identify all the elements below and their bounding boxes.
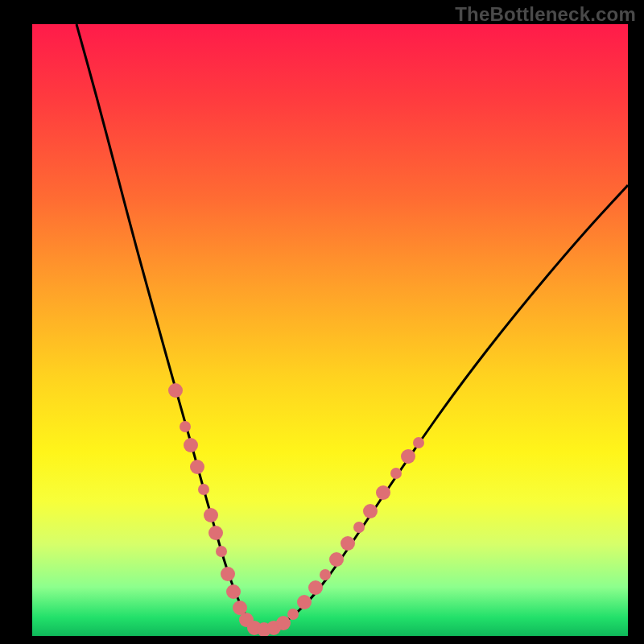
marker-dot <box>308 580 323 595</box>
marker-dot <box>216 546 227 557</box>
watermark-text: TheBottleneck.com <box>455 3 636 26</box>
marker-dot <box>320 569 331 580</box>
marker-dot <box>168 383 183 398</box>
marker-dot <box>353 522 365 533</box>
chart-frame: TheBottleneck.com <box>0 0 644 644</box>
marker-dot <box>390 468 402 479</box>
marker-dot <box>401 449 415 464</box>
marker-dot <box>341 536 355 551</box>
marker-dot <box>413 437 424 448</box>
marker-dot <box>180 421 191 432</box>
marker-dot <box>221 567 235 581</box>
marker-dot <box>190 460 204 474</box>
marker-group <box>168 383 424 636</box>
marker-dot <box>204 508 218 522</box>
marker-dot <box>287 609 299 620</box>
marker-dot <box>376 485 390 500</box>
curve-layer <box>32 24 628 636</box>
marker-dot <box>297 595 312 609</box>
marker-dot <box>226 584 241 599</box>
marker-dot <box>198 484 209 495</box>
marker-dot <box>208 526 223 540</box>
marker-dot <box>184 438 198 452</box>
marker-dot <box>363 504 378 518</box>
marker-dot <box>276 616 291 630</box>
marker-dot <box>329 552 344 567</box>
plot-area <box>32 24 628 636</box>
